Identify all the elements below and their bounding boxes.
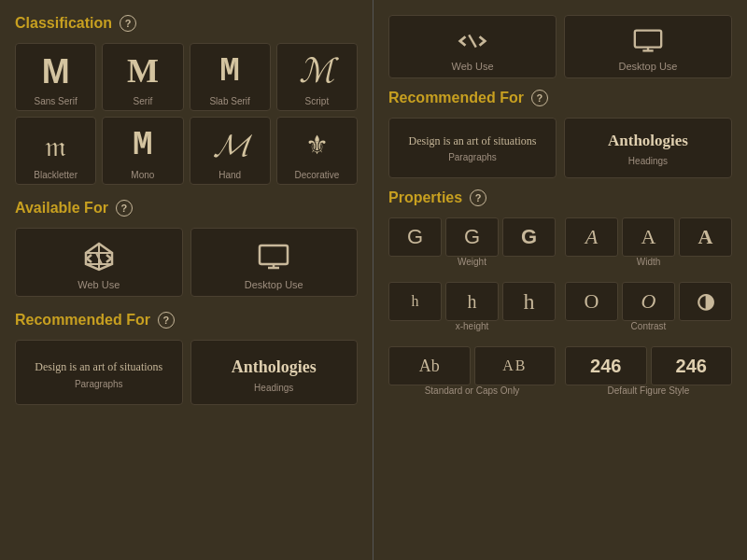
xheight-sm-tile[interactable]: h xyxy=(388,282,442,321)
recommended-for-help-icon[interactable]: ? xyxy=(158,312,175,329)
weight-thin-glyph: G xyxy=(407,225,423,249)
width-group: A A A Width xyxy=(565,217,732,274)
contrast-high-tile[interactable]: ◑ xyxy=(679,282,732,321)
right-desktop-use-icon xyxy=(632,25,664,57)
recommended-for-section: Recommended For ? Design is an art of si… xyxy=(15,312,358,405)
classification-blackletter[interactable]: 𝔪 Blackletter xyxy=(15,117,96,185)
right-available-for-grid: Web Use Desktop Use xyxy=(388,15,732,78)
xheight-md-tile[interactable]: h xyxy=(445,282,499,321)
classification-slab-serif[interactable]: M Slab Serif xyxy=(190,43,271,111)
right-headings-label: Headings xyxy=(628,156,668,166)
caps-only-glyph: AB xyxy=(502,357,527,374)
contrast-group: O O ◑ Contrast xyxy=(565,282,732,339)
recommended-for-label: Recommended For xyxy=(15,312,150,329)
mono-label: Mono xyxy=(131,170,154,180)
desktop-use-label: Desktop Use xyxy=(245,279,303,290)
width-narrow-glyph: A xyxy=(585,225,598,249)
serif-label: Serif xyxy=(134,96,153,106)
paragraphs-text: Design is an art of situations xyxy=(35,359,162,375)
right-web-use-label: Web Use xyxy=(451,61,493,72)
classification-title: Classification ? xyxy=(15,15,358,32)
width-wide-tile[interactable]: A xyxy=(679,217,732,257)
width-narrow-tile[interactable]: A xyxy=(565,217,618,257)
xheight-lg-tile[interactable]: h xyxy=(502,282,556,321)
classification-script[interactable]: ℳ Script xyxy=(276,43,358,111)
standard-tile[interactable]: Ab xyxy=(388,346,471,385)
classification-help-icon[interactable]: ? xyxy=(120,15,136,32)
right-desktop-use-tile[interactable]: Desktop Use xyxy=(564,15,732,78)
right-headings-text: Anthologies xyxy=(608,130,688,152)
paragraphs-tile[interactable]: Design is an art of situations Paragraph… xyxy=(15,340,183,405)
available-for-title: Available For ? xyxy=(15,200,358,217)
width-wide-glyph: A xyxy=(698,225,713,249)
width-label: Width xyxy=(565,257,732,267)
right-recommended-help-icon[interactable]: ? xyxy=(531,90,548,106)
right-recommended-grid: Design is an art of situations Paragraph… xyxy=(388,118,732,178)
contrast-none-tile[interactable]: O xyxy=(565,282,618,321)
caps-figures-row: Ab AB Standard or Caps Only 246 246 xyxy=(388,346,732,403)
classification-sans-serif[interactable]: M Sans Serif xyxy=(15,43,96,111)
xheight-label: x-height xyxy=(388,321,556,331)
right-headings-tile[interactable]: Anthologies Headings xyxy=(564,118,732,178)
weight-width-row: G G G Weight A A xyxy=(388,217,732,274)
weight-label: Weight xyxy=(388,257,556,267)
right-paragraphs-tile[interactable]: Design is an art of situations Paragraph… xyxy=(388,118,557,178)
contrast-label: Contrast xyxy=(565,321,732,331)
standard-glyph: Ab xyxy=(419,357,440,376)
script-glyph: ℳ xyxy=(299,51,334,92)
right-desktop-use-label: Desktop Use xyxy=(619,61,678,72)
web-use-label: Web Use xyxy=(78,279,120,290)
available-for-grid: Web Use Desktop Use xyxy=(15,228,358,297)
right-recommended-title: Recommended For ? xyxy=(388,90,732,106)
available-for-label: Available For xyxy=(15,200,108,217)
web-use-tile[interactable]: Web Use xyxy=(15,228,183,297)
width-reg-tile[interactable]: A xyxy=(622,217,675,257)
caps-label: Standard or Caps Only xyxy=(388,385,556,396)
contrast-low-glyph: O xyxy=(641,289,656,314)
headings-text: Anthologies xyxy=(232,356,317,379)
figure-group: 246 246 Default Figure Style xyxy=(565,346,732,403)
weight-thin-tile[interactable]: G xyxy=(388,217,442,257)
contrast-low-tile[interactable]: O xyxy=(622,282,675,321)
xheight-lg-glyph: h xyxy=(524,289,535,315)
figure-tiles: 246 246 xyxy=(565,346,732,385)
blackletter-label: Blackletter xyxy=(34,170,78,180)
contrast-none-glyph: O xyxy=(585,289,599,314)
right-web-use-tile[interactable]: Web Use xyxy=(388,15,557,78)
figure-lining-tile[interactable]: 246 xyxy=(565,346,647,385)
weight-bold-tile[interactable]: G xyxy=(502,217,556,257)
figure-oldstyle-tile[interactable]: 246 xyxy=(651,346,733,385)
recommended-for-title: Recommended For ? xyxy=(15,312,358,329)
blackletter-glyph: 𝔪 xyxy=(45,125,66,166)
right-available-for-section: Web Use Desktop Use xyxy=(388,15,732,78)
classification-grid: M Sans Serif M Serif M Slab Serif ℳ Scri… xyxy=(15,43,358,185)
width-reg-glyph: A xyxy=(641,225,656,249)
contrast-tiles: O O ◑ xyxy=(565,282,732,321)
classification-hand[interactable]: 𝓜 Hand xyxy=(190,117,271,185)
figure-lining-value: 246 xyxy=(590,356,621,377)
caps-only-tile[interactable]: AB xyxy=(474,346,557,385)
serif-glyph: M xyxy=(127,51,159,92)
right-panel: Web Use Desktop Use Recommended For ? De… xyxy=(374,0,747,560)
right-web-use-icon xyxy=(457,25,488,57)
headings-tile[interactable]: Anthologies Headings xyxy=(190,340,359,405)
svg-line-8 xyxy=(469,35,476,47)
available-for-help-icon[interactable]: ? xyxy=(116,200,133,217)
weight-reg-tile[interactable]: G xyxy=(445,217,499,257)
properties-help-icon[interactable]: ? xyxy=(470,189,486,206)
classification-mono[interactable]: M Mono xyxy=(102,117,183,185)
properties-title: Properties ? xyxy=(388,189,732,206)
weight-reg-glyph: G xyxy=(464,225,480,249)
xheight-tiles: h h h xyxy=(388,282,556,321)
classification-serif[interactable]: M Serif xyxy=(102,43,183,111)
classification-section: Classification ? M Sans Serif M Serif M … xyxy=(15,15,358,185)
decorative-label: Decorative xyxy=(294,170,339,180)
desktop-use-tile[interactable]: Desktop Use xyxy=(190,228,359,297)
left-panel: Classification ? M Sans Serif M Serif M … xyxy=(0,0,374,560)
hand-label: Hand xyxy=(218,170,241,180)
xheight-group: h h h x-height xyxy=(388,282,556,339)
decorative-glyph: ⚜ xyxy=(305,125,329,166)
classification-decorative[interactable]: ⚜ Decorative xyxy=(276,117,358,185)
properties-label: Properties xyxy=(388,189,462,206)
figure-oldstyle-value: 246 xyxy=(676,356,707,377)
